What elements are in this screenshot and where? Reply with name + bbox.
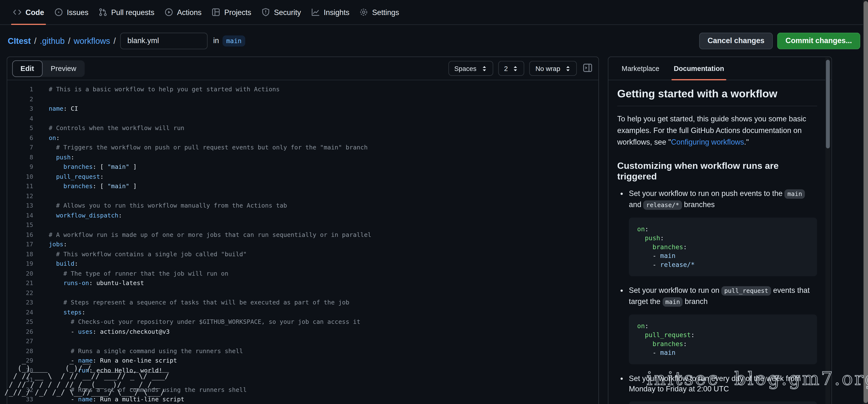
breadcrumb-dir-github-link[interactable]: .github: [40, 36, 65, 45]
line-content: # Steps represent a sequence of tasks th…: [49, 298, 349, 308]
line-content: - name: Run a multi-line script: [49, 395, 184, 404]
editor-panel: Edit Preview Spaces 2 No wrap: [6, 56, 599, 404]
breadcrumb: CItest / .github / workflows / in main: [8, 32, 245, 49]
nav-tab-issues[interactable]: Issues: [49, 0, 93, 25]
line-number: 22: [7, 288, 33, 298]
nav-tab-insights[interactable]: Insights: [306, 0, 354, 25]
breadcrumb-separator: /: [68, 36, 70, 45]
nav-tab-pull-requests[interactable]: Pull requests: [93, 0, 159, 25]
code-line[interactable]: 32 # Runs a set of commands using the ru…: [7, 385, 598, 395]
tab-preview[interactable]: Preview: [42, 60, 85, 77]
code-line[interactable]: 29 - name: Run a one-line script: [7, 356, 598, 366]
inline-code-chip: pull_request: [721, 286, 771, 296]
docs-scrollbar-thumb[interactable]: [826, 60, 830, 149]
configuring-workflows-link[interactable]: Configuring workflows: [671, 138, 744, 146]
code-line[interactable]: 30 run: echo Hello, world!: [7, 366, 598, 375]
line-number: 24: [7, 308, 33, 317]
code-line[interactable]: 10 pull_request:: [7, 172, 598, 182]
tab-edit[interactable]: Edit: [12, 60, 42, 77]
nav-tab-label: Issues: [67, 8, 88, 16]
nav-tab-actions[interactable]: Actions: [159, 0, 207, 25]
code-line[interactable]: 25 # Checks-out your repository under $G…: [7, 317, 598, 327]
nav-tab-label: Pull requests: [111, 8, 154, 16]
docs-panel: Marketplace Documentation Getting starte…: [608, 56, 832, 404]
code-line[interactable]: 12: [7, 191, 598, 201]
docs-bullet: Set your workflow to run on pull_request…: [629, 285, 817, 364]
line-number: 1: [7, 85, 33, 94]
code-line[interactable]: 28 # Runs a single command using the run…: [7, 346, 598, 356]
line-number: 18: [7, 249, 33, 259]
line-number: 13: [7, 201, 33, 211]
tab-marketplace[interactable]: Marketplace: [622, 57, 659, 80]
sidebar-collapse-icon: [583, 63, 592, 74]
collapse-help-pane-button[interactable]: [582, 62, 593, 75]
breadcrumb-dir-workflows-link[interactable]: workflows: [73, 36, 110, 45]
code-line[interactable]: 5# Controls when the workflow will run: [7, 124, 598, 133]
nav-tab-security[interactable]: Security: [256, 0, 306, 25]
code-line[interactable]: 24 steps:: [7, 308, 598, 317]
line-number: 8: [7, 153, 33, 162]
code-line[interactable]: 11 branches: [ "main" ]: [7, 182, 598, 191]
line-number: 33: [7, 395, 33, 404]
tab-documentation[interactable]: Documentation: [674, 57, 724, 80]
line-content: run: echo Hello, world!: [49, 366, 162, 375]
code-line[interactable]: 6on:: [7, 133, 598, 143]
nav-tab-code[interactable]: Code: [8, 0, 49, 25]
code-line[interactable]: 15: [7, 220, 598, 230]
code-line[interactable]: 31: [7, 375, 598, 385]
code-line[interactable]: 19 build:: [7, 259, 598, 269]
code-line[interactable]: 23 # Steps represent a sequence of tasks…: [7, 298, 598, 308]
code-line[interactable]: 13 # Allows you to run this workflow man…: [7, 201, 598, 211]
code-line[interactable]: 17jobs:: [7, 240, 598, 249]
github-workflow-editor-page: Code Issues Pull requests Actions Projec…: [0, 0, 868, 404]
code-line[interactable]: 4: [7, 114, 598, 124]
page-scrollbar-thumb[interactable]: [863, 1, 868, 403]
code-line[interactable]: 26 - uses: actions/checkout@v3: [7, 327, 598, 337]
line-content: branches: [ "main" ]: [49, 162, 136, 172]
nav-tab-label: Projects: [224, 8, 251, 16]
line-content: # Triggers the workflow on push or pull …: [49, 143, 368, 153]
line-content: - uses: actions/checkout@v3: [49, 327, 170, 337]
code-line[interactable]: 2: [7, 94, 598, 104]
code-line[interactable]: 8 push:: [7, 153, 598, 162]
code-line[interactable]: 7 # Triggers the workflow on push or pul…: [7, 143, 598, 153]
code-line[interactable]: 14 workflow_dispatch:: [7, 211, 598, 220]
code-line[interactable]: 1# This is a basic workflow to help you …: [7, 85, 598, 94]
code-line[interactable]: 20 # The type of runner that the job wil…: [7, 269, 598, 279]
code-line[interactable]: 27: [7, 337, 598, 346]
page-scrollbar[interactable]: [863, 0, 868, 404]
indent-mode-select[interactable]: Spaces: [448, 61, 493, 76]
line-content: # Controls when the workflow will run: [49, 124, 184, 133]
cancel-changes-button[interactable]: Cancel changes: [699, 32, 773, 49]
code-line[interactable]: 16# A workflow run is made up of one or …: [7, 230, 598, 240]
inline-code-chip: main: [785, 189, 805, 199]
shield-icon: [261, 8, 270, 17]
breadcrumb-repo-link[interactable]: CItest: [8, 36, 31, 45]
code-line[interactable]: 21 runs-on: ubuntu-latest: [7, 279, 598, 288]
line-number: 4: [7, 114, 33, 124]
line-content: on:: [49, 133, 60, 143]
code-line[interactable]: 3name: CI: [7, 104, 598, 114]
nav-tab-projects[interactable]: Projects: [207, 0, 256, 25]
docs-scrollbar[interactable]: [826, 58, 831, 404]
line-number: 26: [7, 327, 33, 337]
chevron-up-down-icon: [565, 64, 571, 72]
branch-badge: main: [222, 35, 245, 46]
code-line[interactable]: 18 # This workflow contains a single job…: [7, 249, 598, 259]
nav-tab-settings[interactable]: Settings: [354, 0, 404, 25]
filename-input[interactable]: [120, 32, 208, 49]
code-line[interactable]: 9 branches: [ "main" ]: [7, 162, 598, 172]
indent-size-select[interactable]: 2: [498, 61, 524, 76]
docs-code-snippet: on: pull_request: branches: - main: [629, 314, 817, 364]
line-content: # This is a basic workflow to help you g…: [49, 85, 280, 94]
line-content: build:: [49, 259, 78, 269]
gear-icon: [360, 8, 368, 17]
wrap-mode-select[interactable]: No wrap: [529, 61, 577, 76]
code-editor[interactable]: 1# This is a basic workflow to help you …: [7, 80, 598, 404]
commit-changes-button[interactable]: Commit changes...: [777, 32, 860, 49]
code-line[interactable]: 22: [7, 288, 598, 298]
line-content: branches: [ "main" ]: [49, 182, 136, 191]
code-line[interactable]: 33 - name: Run a multi-line script: [7, 395, 598, 404]
line-number: 32: [7, 385, 33, 395]
line-content: # The type of runner that the job will r…: [49, 269, 228, 279]
